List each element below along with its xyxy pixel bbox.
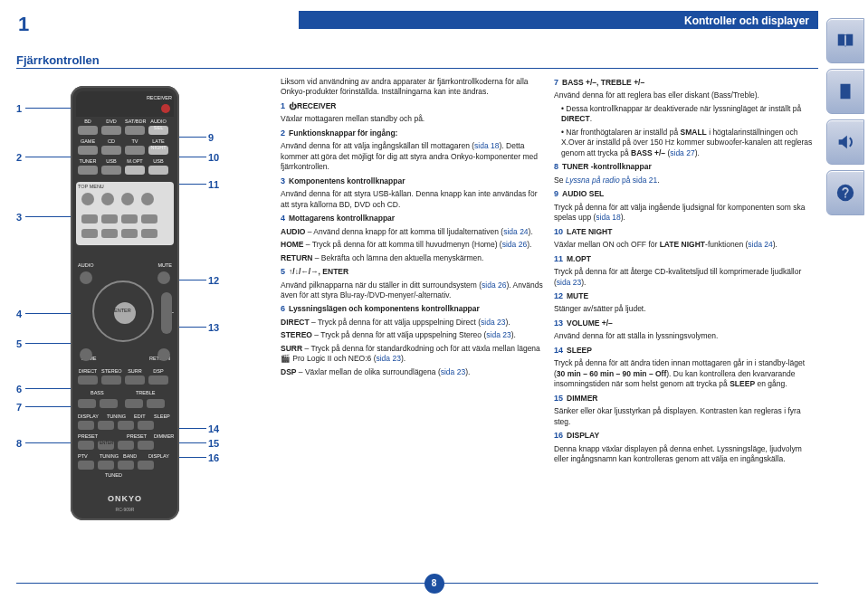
btn-usb2[interactable] bbox=[148, 166, 168, 175]
page-indicator-top: 1 bbox=[18, 11, 29, 38]
btn-satbdr[interactable] bbox=[125, 126, 145, 135]
btn-pause[interactable] bbox=[101, 193, 114, 205]
callout-14: 14 bbox=[208, 423, 219, 436]
callout-12: 12 bbox=[208, 274, 219, 288]
btn-rew[interactable] bbox=[81, 214, 98, 223]
description-column-a: Liksom vid användning av andra apparater… bbox=[281, 77, 543, 380]
btn-play[interactable] bbox=[101, 214, 118, 223]
btn-next[interactable] bbox=[141, 193, 154, 205]
btn-direct[interactable] bbox=[78, 376, 98, 385]
btn-dsp[interactable] bbox=[148, 376, 168, 385]
btn-home[interactable] bbox=[80, 348, 92, 361]
btn-surr[interactable] bbox=[125, 376, 145, 385]
btn-skf[interactable] bbox=[141, 229, 157, 238]
btn-bass-minus[interactable] bbox=[78, 399, 96, 408]
side-tabs bbox=[826, 18, 868, 221]
btn-mid2[interactable] bbox=[121, 229, 138, 238]
btn-return[interactable] bbox=[157, 348, 170, 361]
btn-ptv[interactable] bbox=[78, 461, 94, 470]
callout-9: 9 bbox=[208, 131, 214, 145]
btn-display[interactable] bbox=[78, 421, 94, 430]
btn-stop[interactable] bbox=[121, 193, 134, 205]
receiver-label: RECEIVER bbox=[147, 95, 172, 101]
btn-mute[interactable] bbox=[157, 271, 170, 284]
power-button[interactable] bbox=[161, 104, 170, 113]
vol-rocker[interactable] bbox=[161, 292, 172, 334]
callout-6: 6 bbox=[16, 383, 22, 396]
callout-11: 11 bbox=[208, 178, 219, 192]
btn-ff2[interactable] bbox=[141, 214, 157, 223]
btn-treble-minus[interactable] bbox=[125, 399, 143, 408]
callout-3: 3 bbox=[16, 211, 22, 224]
btn-game[interactable] bbox=[78, 146, 98, 155]
btn-preset-l[interactable] bbox=[78, 441, 94, 450]
tab-sound-icon[interactable] bbox=[826, 119, 864, 165]
btn-cd[interactable] bbox=[101, 146, 121, 155]
btn-edit[interactable] bbox=[118, 421, 134, 430]
callout-13: 13 bbox=[208, 321, 219, 335]
btn-dvd[interactable] bbox=[101, 126, 121, 135]
page-number: 8 bbox=[424, 574, 444, 594]
btn-band[interactable] bbox=[118, 461, 134, 470]
btn-prev[interactable] bbox=[81, 193, 94, 205]
btn-dimmer[interactable] bbox=[138, 441, 154, 450]
remote-model: RC-909R bbox=[71, 507, 179, 513]
description-column-b: 7BASS +/–, TREBLE +/– Använd denna för a… bbox=[554, 77, 816, 468]
btn-tuning-dn[interactable] bbox=[98, 461, 114, 470]
remote-body: RECEIVER BD DVD SAT/BDR AUDIO SEL GAME C… bbox=[71, 86, 179, 520]
btn-usb[interactable] bbox=[101, 166, 121, 175]
btn-tuning-up[interactable] bbox=[98, 421, 114, 430]
btn-bass-plus[interactable] bbox=[100, 399, 118, 408]
remote-diagram: 1 2 3 4 5 6 7 8 9 10 11 12 13 14 15 16 R… bbox=[16, 77, 273, 566]
callout-8: 8 bbox=[16, 437, 22, 451]
btn-tv[interactable] bbox=[125, 146, 145, 155]
callout-16: 16 bbox=[208, 452, 219, 465]
callout-7: 7 bbox=[16, 401, 22, 414]
btn-sleep[interactable] bbox=[138, 421, 154, 430]
callout-4: 4 bbox=[16, 308, 22, 321]
btn-audio[interactable] bbox=[80, 271, 92, 284]
btn-tuner[interactable] bbox=[78, 166, 98, 175]
btn-ff1[interactable] bbox=[121, 214, 138, 223]
remote-logo: ONKYO bbox=[71, 493, 179, 504]
btn-display2[interactable] bbox=[138, 461, 154, 470]
callout-2: 2 bbox=[16, 151, 22, 165]
tab-book-icon[interactable] bbox=[826, 18, 864, 63]
btn-mopt[interactable] bbox=[125, 166, 145, 175]
btn-stereo[interactable] bbox=[101, 376, 121, 385]
btn-bd[interactable] bbox=[78, 126, 98, 135]
callout-15: 15 bbox=[208, 437, 219, 451]
footer-rule bbox=[16, 583, 818, 584]
btn-skb[interactable] bbox=[81, 229, 98, 238]
btn-treble-plus[interactable] bbox=[147, 399, 165, 408]
tab-speaker-icon[interactable] bbox=[826, 69, 864, 114]
section-rule bbox=[16, 68, 818, 69]
callout-5: 5 bbox=[16, 338, 22, 351]
page-title: Kontroller och displayer bbox=[299, 11, 818, 29]
callout-1: 1 bbox=[16, 102, 22, 116]
tab-help-icon[interactable] bbox=[826, 170, 864, 215]
btn-preset-r[interactable] bbox=[118, 441, 134, 450]
btn-mid1[interactable] bbox=[101, 229, 118, 238]
callout-10: 10 bbox=[208, 151, 219, 165]
section-title: Fjärrkontrollen bbox=[16, 52, 100, 69]
